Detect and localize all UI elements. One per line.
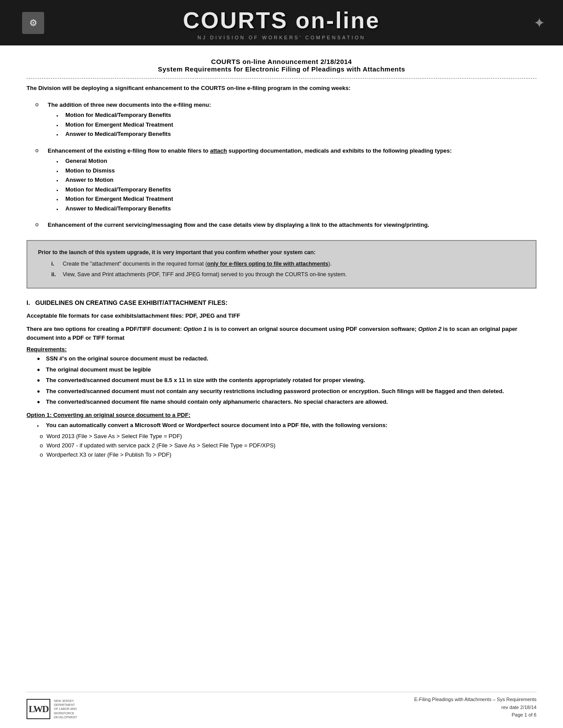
- banner-icon-right: ✦: [533, 15, 545, 31]
- gray-box-list: i. Create the "attachment" documents in …: [38, 259, 525, 279]
- title-line2: System Requirements for Electronic Filin…: [26, 65, 537, 73]
- sub-item-o-2: o: [40, 441, 43, 450]
- option1-item-intro: ▪ You can automatically convert a Micros…: [37, 421, 537, 430]
- gray-box-item-1-underline: only for e-filers opting to file with at…: [207, 261, 328, 267]
- list-item-2: o Enhancement of the existing e-filing f…: [35, 146, 537, 214]
- bullet-dot-2: •: [37, 366, 42, 374]
- sq-bullet-1-2: ▪: [57, 122, 62, 129]
- option1-heading-text: Option 1: Converting an original source …: [26, 412, 190, 418]
- list-item-1-label: The addition of three new documents into…: [48, 101, 537, 109]
- list-item-2-text-part2: supporting documentation, medicals and e…: [227, 147, 452, 154]
- req-item-5-text: The converted/scanned document file name…: [46, 398, 388, 406]
- req-item-2: • The original document must be legible: [37, 365, 537, 374]
- gray-box-item-1-num: i.: [51, 259, 58, 268]
- gray-box-item-1: i. Create the "attachment" documents in …: [51, 259, 525, 268]
- main-content: COURTS on-line Announcement 2/18/2014 Sy…: [0, 45, 563, 477]
- sq-bullet-2-6: ▪: [57, 206, 62, 213]
- inner-item-2-2: ▪ Motion to Dismiss: [57, 166, 537, 175]
- sub-item-o-3: o: [40, 450, 43, 460]
- sub-item-o-1: o: [40, 432, 43, 441]
- req-item-2-text: The original document must be legible: [46, 365, 151, 374]
- inner-item-1-3: ▪ Answer to Medical/Temporary Benefits: [57, 130, 537, 139]
- inner-item-1-1: ▪ Motion for Medical/Temporary Benefits: [57, 111, 537, 120]
- footer-logo: LWD NEW JERSEY DEPARTMENTOF LABOR AND WO…: [26, 699, 89, 719]
- inner-item-2-6-text: Answer to Medical/Temporary Benefits: [65, 204, 171, 213]
- pdf-tiff-intro-text: There are two options for creating a PDF…: [26, 326, 183, 332]
- inner-item-2-4: ▪ Motion for Medical/Temporary Benefits: [57, 185, 537, 194]
- sq-bullet-2-1: ▪: [57, 158, 62, 165]
- sub-item-3-text: Wordperfect X3 or later (File > Publish …: [46, 450, 171, 460]
- list-item-2-content: Enhancement of the existing e-filing flo…: [48, 146, 537, 214]
- footer-line2: rev date 2/18/14: [414, 704, 537, 712]
- sub-item-3: o Wordperfect X3 or later (File > Publis…: [40, 450, 537, 460]
- section-1-num: I.: [26, 299, 30, 306]
- logo-subtitle: NEW JERSEY DEPARTMENTOF LABOR AND WORKFO…: [54, 699, 89, 719]
- title-line1: COURTS on-line Announcement 2/18/2014: [26, 58, 537, 65]
- req-item-3: • The converted/scanned document must be…: [37, 376, 537, 385]
- page: COURTS on-line NJ DIVISION OF WORKERS' C…: [0, 0, 563, 728]
- gray-box: Prior to the launch of this system upgra…: [26, 240, 537, 289]
- banner-courts: COURTS on-line: [183, 8, 380, 33]
- inner-item-2-3: ▪ Answer to Motion: [57, 176, 537, 184]
- option1-list: ▪ You can automatically convert a Micros…: [26, 421, 537, 430]
- acceptable-formats: Acceptable file formats for case exhibit…: [26, 311, 537, 320]
- sq-bullet-1-3: ▪: [57, 131, 62, 139]
- list-item-2-underline: attach: [210, 147, 227, 154]
- inner-item-2-1: ▪ General Motion: [57, 157, 537, 165]
- requirements-list: • SSN #'s on the original source documen…: [26, 354, 537, 406]
- bullet-o-2: o: [35, 147, 42, 154]
- document-title: COURTS on-line Announcement 2/18/2014 Sy…: [26, 58, 537, 73]
- list-item-1: o The addition of three new documents in…: [35, 101, 537, 139]
- banner-subtitle: NJ DIVISION OF WORKERS' COMPENSATION: [197, 35, 366, 40]
- inner-item-1-1-text: Motion for Medical/Temporary Benefits: [65, 111, 171, 120]
- inner-item-1-2: ▪ Motion for Emergent Medical Treatment: [57, 120, 537, 129]
- option1-sub-list: o Word 2013 (File > Save As > Select Fil…: [26, 432, 537, 459]
- sq-bullet-2-5: ▪: [57, 196, 62, 203]
- intro-text: The Division will be deploying a signifi…: [26, 84, 537, 93]
- sq-bullet-opt1: ▪: [37, 422, 42, 430]
- option1-intro-text: You can automatically convert a Microsof…: [46, 421, 388, 430]
- bullet-dot-3: •: [37, 376, 42, 385]
- sq-bullet-2-3: ▪: [57, 177, 62, 184]
- logo-subtitle-text: NEW JERSEY DEPARTMENTOF LABOR AND WORKFO…: [54, 699, 77, 718]
- req-item-1-text: SSN #'s on the original source document …: [46, 354, 208, 363]
- inner-item-2-2-text: Motion to Dismiss: [65, 166, 115, 175]
- title-divider: [26, 78, 537, 79]
- inner-item-1-3-text: Answer to Medical/Temporary Benefits: [65, 130, 171, 139]
- bullet-dot-5: •: [37, 398, 42, 406]
- pdf-tiff-intro: There are two options for creating a PDF…: [26, 325, 537, 342]
- banner-title: COURTS on-line: [183, 8, 380, 33]
- inner-item-2-6: ▪ Answer to Medical/Temporary Benefits: [57, 204, 537, 213]
- sub-item-2-text: Word 2007 - if updated with service pack…: [46, 441, 276, 450]
- gray-box-item-2-num: ii.: [51, 270, 58, 279]
- req-item-5: • The converted/scanned document file na…: [37, 398, 537, 406]
- req-item-3-text: The converted/scanned document must be 8…: [46, 376, 365, 385]
- footer-right: E-Filing Pleadings with Attachments – Sy…: [414, 696, 537, 719]
- gray-box-item-1-text: Create the "attachment" documents in the…: [63, 259, 332, 268]
- inner-item-2-1-text: General Motion: [65, 157, 107, 165]
- bullet-dot-1: •: [37, 355, 42, 363]
- gray-box-intro: Prior to the launch of this system upgra…: [38, 248, 525, 257]
- inner-item-2-5: ▪ Motion for Emergent Medical Treatment: [57, 195, 537, 203]
- main-list: o The addition of three new documents in…: [26, 101, 537, 229]
- sq-bullet-1-1: ▪: [57, 112, 62, 120]
- section-1-heading: I. GUIDELINES ON CREATING CASE EXHIBIT/A…: [26, 299, 537, 306]
- option2-label-inline: Option 2: [418, 326, 442, 332]
- header-banner: COURTS on-line NJ DIVISION OF WORKERS' C…: [0, 0, 563, 45]
- inner-item-2-4-text: Motion for Medical/Temporary Benefits: [65, 185, 171, 194]
- list-item-2-label: Enhancement of the existing e-filing flo…: [48, 146, 537, 155]
- sq-bullet-2-4: ▪: [57, 187, 62, 194]
- logo-box: LWD: [26, 699, 50, 719]
- gray-box-item-2-text: View, Save and Print attachments (PDF, T…: [63, 270, 347, 279]
- inner-item-2-3-text: Answer to Motion: [65, 176, 113, 184]
- inner-list-2: ▪ General Motion ▪ Motion to Dismiss ▪ A…: [48, 157, 537, 213]
- list-item-3-content: Enhancement of the current servicing/mes…: [48, 221, 537, 229]
- list-item-1-content: The addition of three new documents into…: [48, 101, 537, 139]
- pdf-tiff-option1-text: is is to convert an orignal source docum…: [207, 326, 418, 332]
- inner-item-2-5-text: Motion for Emergent Medical Treatment: [65, 195, 173, 203]
- gray-box-item-1-part1: Create the "attachment" documents in the…: [63, 261, 207, 267]
- footer-line1: E-Filing Pleadings with Attachments – Sy…: [414, 696, 537, 704]
- inner-list-1: ▪ Motion for Medical/Temporary Benefits …: [48, 111, 537, 139]
- list-item-2-text-part1: Enhancement of the existing e-filing flo…: [48, 147, 210, 154]
- option1-heading: Option 1: Converting an original source …: [26, 412, 537, 418]
